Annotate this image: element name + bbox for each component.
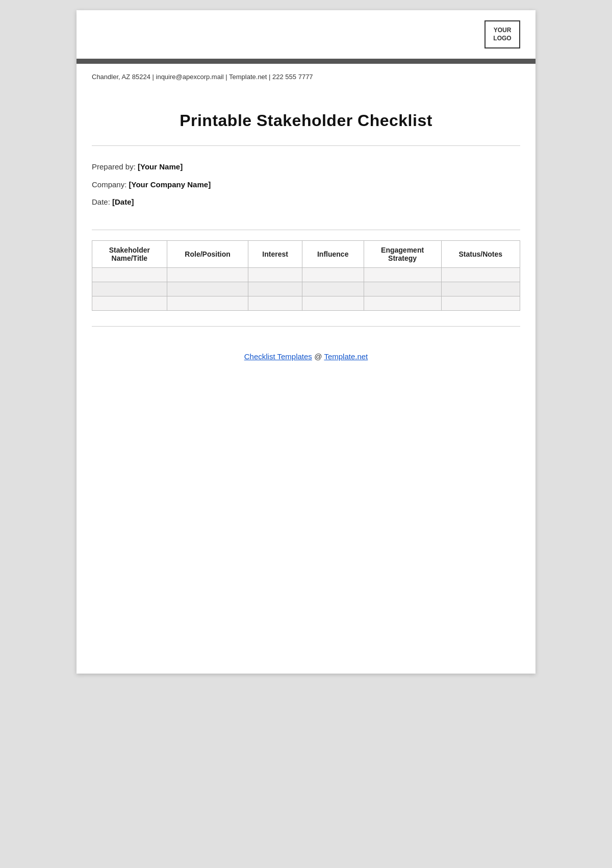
company-label: Company: — [92, 180, 126, 189]
cell — [248, 282, 302, 296]
document-page: YOURLOGO Chandler, AZ 85224 | inquire@ap… — [76, 10, 536, 674]
table-row — [92, 282, 520, 296]
footer-section: Checklist Templates @ Template.net — [76, 327, 536, 377]
cell — [302, 282, 364, 296]
date-label: Date: — [92, 197, 110, 206]
title-section: Printable Stakeholder Checklist — [76, 81, 536, 145]
cell — [302, 267, 364, 282]
contact-info: Chandler, AZ 85224 | inquire@apexcorp.ma… — [76, 64, 536, 81]
table-header-row: StakeholderName/Title Role/Position Inte… — [92, 240, 520, 267]
cell — [248, 267, 302, 282]
col-influence: Influence — [302, 240, 364, 267]
cell — [364, 267, 441, 282]
cell — [441, 282, 520, 296]
company-value: [Your Company Name] — [129, 180, 211, 189]
footer-separator: @ — [314, 352, 324, 361]
contact-text: Chandler, AZ 85224 | inquire@apexcorp.ma… — [92, 73, 313, 81]
logo-box: YOURLOGO — [484, 20, 520, 48]
cell — [302, 296, 364, 310]
col-role: Role/Position — [167, 240, 248, 267]
col-interest: Interest — [248, 240, 302, 267]
cell — [364, 282, 441, 296]
cell — [92, 267, 167, 282]
checklist-templates-link[interactable]: Checklist Templates — [244, 352, 312, 361]
cell — [167, 267, 248, 282]
date-value: [Date] — [112, 197, 134, 206]
table-row — [92, 267, 520, 282]
col-engagement: EngagementStrategy — [364, 240, 441, 267]
cell — [167, 282, 248, 296]
prepared-by-value: [Your Name] — [138, 162, 183, 171]
metadata-section: Prepared by: [Your Name] Company: [Your … — [76, 146, 536, 230]
cell — [364, 296, 441, 310]
table-row — [92, 296, 520, 310]
cell — [441, 296, 520, 310]
template-net-link[interactable]: Template.net — [324, 352, 368, 361]
header-section: YOURLOGO — [76, 10, 536, 20]
cell — [248, 296, 302, 310]
prepared-by-label: Prepared by: — [92, 162, 136, 171]
cell — [92, 282, 167, 296]
company-row: Company: [Your Company Name] — [92, 179, 520, 191]
logo-text: YOURLOGO — [493, 27, 511, 42]
table-section: StakeholderName/Title Role/Position Inte… — [76, 230, 536, 326]
stakeholder-table: StakeholderName/Title Role/Position Inte… — [92, 240, 520, 311]
cell — [167, 296, 248, 310]
cell — [92, 296, 167, 310]
main-title: Printable Stakeholder Checklist — [92, 111, 520, 130]
header-bar — [76, 59, 536, 64]
prepared-by-row: Prepared by: [Your Name] — [92, 161, 520, 173]
col-status: Status/Notes — [441, 240, 520, 267]
col-stakeholder: StakeholderName/Title — [92, 240, 167, 267]
cell — [441, 267, 520, 282]
bottom-space — [76, 377, 536, 530]
date-row: Date: [Date] — [92, 196, 520, 208]
